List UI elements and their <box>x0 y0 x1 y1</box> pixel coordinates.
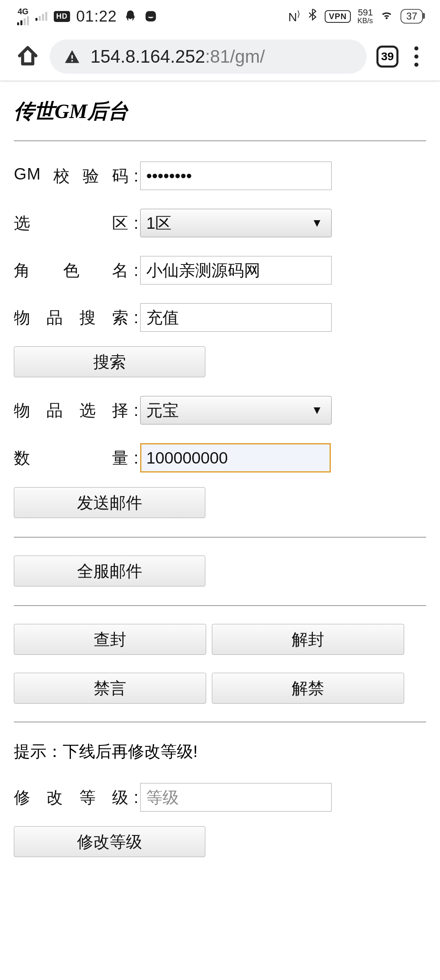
label-item-search: 物品搜索 <box>14 306 132 329</box>
all-server-mail-button[interactable]: 全服邮件 <box>14 556 205 586</box>
char-name-input[interactable] <box>140 256 332 284</box>
not-secure-icon <box>64 48 81 65</box>
label-zone: 选区 <box>14 212 132 234</box>
home-button[interactable] <box>15 44 40 70</box>
data-rate: 591KB/s <box>357 8 373 24</box>
svg-rect-0 <box>145 11 156 22</box>
battery-icon: 37 <box>400 9 423 24</box>
row-gm-code: GM校验码 : <box>14 162 426 190</box>
mod-level-button[interactable]: 修改等级 <box>14 826 205 857</box>
label-gm-code: GM校验码 <box>14 165 132 187</box>
bluetooth-icon <box>307 9 318 24</box>
search-button[interactable]: 搜索 <box>14 346 205 377</box>
unban-button[interactable]: 解封 <box>212 624 404 655</box>
qq-icon <box>123 9 137 23</box>
label-quantity: 数量 <box>14 447 132 469</box>
signal-bars-secondary-icon <box>35 12 47 21</box>
divider <box>14 722 426 722</box>
unmute-button[interactable]: 解禁 <box>212 673 404 704</box>
ban-button[interactable]: 查封 <box>14 624 206 655</box>
page-title: 传世GM后台 <box>14 98 426 125</box>
item-select[interactable]: 元宝 <box>140 396 332 424</box>
divider <box>14 140 426 141</box>
tab-switcher-button[interactable]: 39 <box>376 46 398 68</box>
item-search-input[interactable] <box>140 303 332 332</box>
url-text: 154.8.164.252:81/gm/ <box>90 46 353 67</box>
label-item-select: 物品选择 <box>14 399 132 422</box>
page-content: 传世GM后台 GM校验码 : 选区 : 1区 角色名 : 物品搜索 : 搜索 物… <box>0 81 440 857</box>
wifi-icon <box>379 9 394 24</box>
browser-toolbar: 154.8.164.252:81/gm/ 39 <box>0 33 440 81</box>
network-4g-icon: 4G <box>17 7 29 25</box>
hd-sim-index: 1 <box>66 14 70 21</box>
svg-rect-1 <box>71 55 73 59</box>
row-char-name: 角色名 : <box>14 256 426 284</box>
row-item-search: 物品搜索 : <box>14 303 426 332</box>
address-bar[interactable]: 154.8.164.252:81/gm/ <box>50 39 367 74</box>
status-bar: 4G HD 1 01:22 N⟩ VPN 591KB/s 37 <box>0 0 440 33</box>
overflow-menu-button[interactable] <box>408 46 425 67</box>
zone-select[interactable]: 1区 <box>140 209 332 237</box>
divider <box>14 605 426 606</box>
mute-button-row: 禁言 解禁 <box>14 673 426 704</box>
send-mail-button[interactable]: 发送邮件 <box>14 487 205 518</box>
label-level: 修改等级 <box>14 786 132 809</box>
quantity-input[interactable] <box>140 443 331 472</box>
tip-text: 提示：下线后再修改等级! <box>14 740 426 763</box>
vpn-badge-icon: VPN <box>325 10 351 23</box>
label-char-name: 角色名 <box>14 259 132 282</box>
chat-app-icon <box>144 9 158 23</box>
status-bar-left: 4G HD 1 01:22 <box>17 7 158 25</box>
divider <box>14 537 426 538</box>
nfc-icon: N⟩ <box>288 10 300 23</box>
row-level: 修改等级 : <box>14 783 426 812</box>
row-item-select: 物品选择 : 元宝 <box>14 396 426 424</box>
row-quantity: 数量 : <box>14 443 426 472</box>
clock: 01:22 <box>76 8 117 25</box>
ban-button-row: 查封 解封 <box>14 624 426 655</box>
level-input[interactable] <box>140 783 332 812</box>
gm-code-input[interactable] <box>140 162 332 190</box>
status-bar-right: N⟩ VPN 591KB/s 37 <box>288 8 423 24</box>
svg-rect-2 <box>71 60 73 62</box>
signal-bars-icon <box>17 16 29 25</box>
row-zone: 选区 : 1区 <box>14 209 426 237</box>
mute-button[interactable]: 禁言 <box>14 673 206 704</box>
